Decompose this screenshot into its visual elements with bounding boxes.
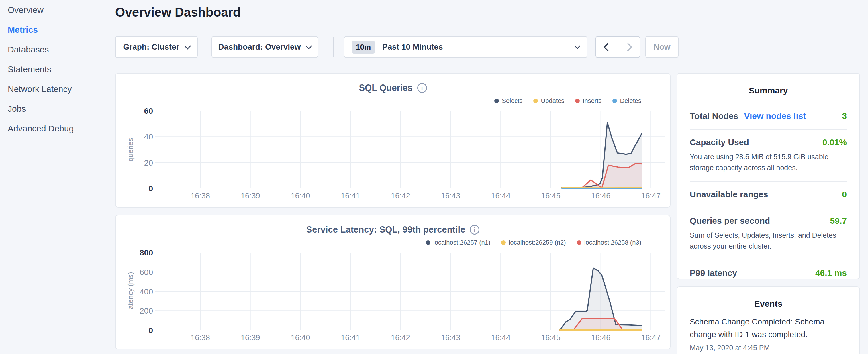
legend-dot-icon — [577, 240, 582, 245]
toolbar-divider — [333, 37, 334, 57]
chart-plot-area[interactable]: 16:3816:3916:4016:4116:4216:4316:4416:45… — [127, 107, 671, 203]
svg-text:16:38: 16:38 — [191, 333, 210, 342]
summary-row-label: Total Nodes — [690, 111, 738, 121]
svg-text:16:39: 16:39 — [241, 333, 260, 342]
svg-text:16:43: 16:43 — [441, 333, 461, 342]
chevron-down-icon — [306, 42, 312, 49]
chart-title: Service Latency: SQL, 99th percentile — [306, 225, 465, 235]
chart-header: Service Latency: SQL, 99th percentile i — [116, 225, 670, 235]
summary-row-description: Sum of Selects, Updates, Inserts, and De… — [690, 230, 847, 252]
svg-text:16:47: 16:47 — [641, 333, 661, 342]
legend-dot-icon — [501, 240, 506, 245]
svg-text:400: 400 — [140, 287, 153, 296]
sidebar: OverviewMetricsDatabasesStatementsNetwor… — [0, 0, 109, 144]
svg-text:16:45: 16:45 — [541, 333, 560, 342]
legend-item: Selects — [494, 97, 522, 104]
legend-item: Updates — [533, 97, 564, 104]
dashboard-selector-dropdown[interactable]: Dashboard: Overview — [212, 36, 318, 58]
summary-row-label: P99 latency — [690, 268, 737, 278]
svg-text:16:38: 16:38 — [191, 192, 210, 200]
svg-text:16:44: 16:44 — [491, 192, 510, 200]
graph-selector-label: Graph: Cluster — [123, 42, 179, 52]
svg-text:0: 0 — [149, 326, 153, 335]
chart-header: SQL Queries i — [116, 83, 670, 93]
sidebar-item-jobs[interactable]: Jobs — [8, 104, 109, 113]
chart-legend: Selects Updates Inserts Deletes — [494, 97, 641, 104]
svg-text:40: 40 — [144, 132, 153, 141]
svg-text:16:44: 16:44 — [491, 333, 510, 342]
summary-row-description: You are using 28.6 MiB of 515.9 GiB usab… — [690, 151, 847, 173]
summary-row: Queries per second 59.7 Sum of Selects, … — [690, 207, 847, 260]
svg-text:queries: queries — [127, 138, 134, 162]
legend-item: Deletes — [612, 97, 641, 104]
chevron-left-icon — [603, 43, 612, 51]
events-title: Events — [677, 287, 859, 309]
page-title: Overview Dashboard — [115, 5, 241, 20]
sidebar-item-databases[interactable]: Databases — [8, 45, 109, 54]
legend-dot-icon — [575, 99, 580, 103]
dashboard-selector-label: Dashboard: Overview — [218, 42, 301, 52]
view-nodes-list-link[interactable]: View nodes list — [744, 111, 806, 121]
summary-row: P99 latency 46.1 ms — [690, 260, 847, 286]
svg-text:16:40: 16:40 — [291, 333, 310, 342]
summary-panel: Summary Total Nodes View nodes list 3 Ca… — [677, 73, 860, 279]
chart-plot-area[interactable]: 16:3816:3916:4016:4116:4216:4316:4416:45… — [127, 249, 671, 345]
svg-text:16:41: 16:41 — [341, 333, 360, 342]
event-item[interactable]: Schema Change Completed: Schema change w… — [690, 316, 842, 352]
summary-row-label: Queries per second — [690, 216, 770, 226]
now-button-label: Now — [653, 42, 670, 52]
svg-text:0: 0 — [149, 184, 153, 193]
legend-item: localhost:26259 (n2) — [501, 239, 566, 246]
svg-text:16:41: 16:41 — [341, 192, 360, 200]
svg-text:16:46: 16:46 — [591, 333, 611, 342]
summary-row: Capacity Used 0.01% You are using 28.6 M… — [690, 129, 847, 181]
sidebar-item-metrics[interactable]: Metrics — [8, 26, 109, 34]
event-timestamp: May 13, 2020 at 4:45 PM — [690, 344, 842, 352]
svg-text:16:45: 16:45 — [541, 192, 560, 200]
info-icon[interactable]: i — [417, 83, 427, 93]
legend-dot-icon — [533, 99, 538, 103]
sidebar-item-statements[interactable]: Statements — [8, 65, 109, 74]
sql-queries-chart-card: SQL Queries i Selects Updates Inserts De… — [115, 73, 671, 207]
time-range-dropdown[interactable]: 10m Past 10 Minutes — [344, 36, 587, 58]
svg-text:16:47: 16:47 — [641, 192, 661, 200]
legend-item: Inserts — [575, 97, 601, 104]
svg-text:600: 600 — [140, 268, 153, 277]
graph-selector-dropdown[interactable]: Graph: Cluster — [115, 36, 198, 58]
svg-text:16:46: 16:46 — [591, 192, 611, 200]
time-stepper — [595, 36, 640, 58]
time-range-label: Past 10 Minutes — [382, 42, 443, 52]
prev-time-button[interactable] — [596, 37, 618, 57]
chevron-down-icon — [574, 43, 580, 49]
svg-text:latency (ms): latency (ms) — [127, 272, 134, 311]
chevron-down-icon — [184, 42, 191, 49]
info-icon[interactable]: i — [470, 225, 479, 234]
svg-text:20: 20 — [144, 158, 153, 167]
sidebar-item-network-latency[interactable]: Network Latency — [8, 85, 109, 93]
legend-dot-icon — [426, 240, 430, 245]
summary-title: Summary — [677, 74, 859, 95]
chart-legend: localhost:26257 (n1) localhost:26259 (n2… — [426, 239, 641, 246]
svg-text:200: 200 — [140, 307, 153, 315]
svg-text:800: 800 — [140, 249, 153, 257]
legend-item: localhost:26257 (n1) — [426, 239, 490, 246]
summary-row-label: Capacity Used — [690, 137, 749, 147]
summary-row-value: 46.1 ms — [815, 268, 847, 278]
summary-row-value: 59.7 — [830, 216, 847, 226]
summary-row: Total Nodes View nodes list 3 — [690, 103, 847, 129]
events-panel: Events Schema Change Completed: Schema c… — [677, 286, 860, 354]
legend-dot-icon — [494, 99, 499, 103]
sidebar-item-overview[interactable]: Overview — [8, 6, 109, 14]
svg-text:16:43: 16:43 — [441, 192, 461, 200]
now-button[interactable]: Now — [645, 36, 679, 58]
summary-row-value: 0.01% — [823, 137, 847, 147]
summary-row-value: 3 — [842, 111, 847, 121]
legend-item: localhost:26258 (n3) — [577, 239, 641, 246]
svg-text:16:40: 16:40 — [291, 192, 310, 200]
sidebar-item-advanced-debug[interactable]: Advanced Debug — [8, 124, 109, 133]
chart-title: SQL Queries — [359, 83, 412, 93]
next-time-button[interactable] — [618, 37, 640, 57]
chevron-right-icon — [624, 43, 632, 51]
summary-row-label: Unavailable ranges — [690, 190, 768, 199]
svg-text:60: 60 — [144, 107, 153, 116]
